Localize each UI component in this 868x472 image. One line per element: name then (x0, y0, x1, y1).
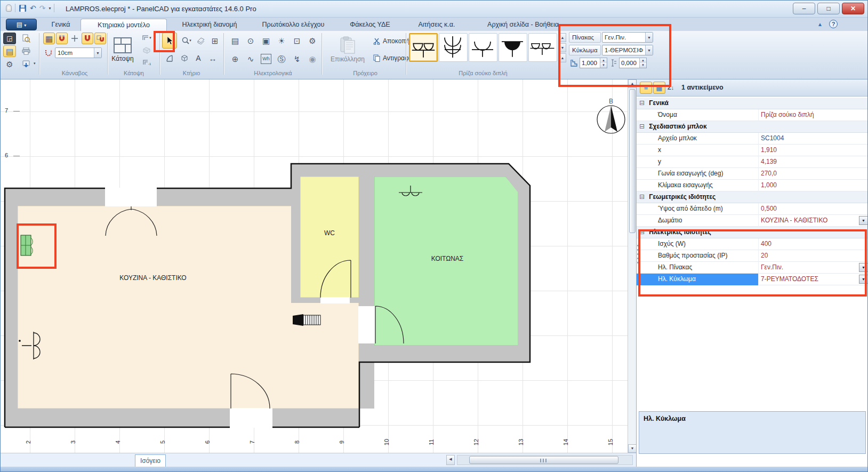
export-dropdown-icon[interactable]: ▾ (34, 61, 36, 66)
canvas-vertical-scrollbar[interactable]: ▲ ▼ (628, 79, 636, 453)
section-geometrikes-idiotites[interactable]: ⊟ Γεωμετρικές ιδιότητες (637, 191, 868, 203)
property-value[interactable]: Πρίζα σούκο διπλή (758, 109, 868, 121)
drawing-canvas[interactable]: B ΚΟΥΖΙΝΑ - ΚΑΘΙΣΤΙΚΟ WC ΚΟΙΤΩΝΑΣ 7 6 2 … (1, 79, 628, 453)
wall-3d-button[interactable] (138, 45, 155, 55)
help-icon[interactable]: ? (829, 20, 838, 28)
collapse-section-icon[interactable]: ⊟ (637, 98, 647, 109)
socket-tool-button[interactable]: ⊙ (244, 34, 257, 47)
wall-corner-minus-button[interactable]: -1 (138, 57, 155, 68)
ruler-left-6: 6 (5, 152, 8, 158)
print-button[interactable] (20, 45, 33, 57)
save-icon[interactable] (19, 4, 27, 12)
property-row-gonia-eisagogis[interactable]: Γωνία εισαγωγής (deg) 270,0 (637, 168, 868, 180)
tab-fakelos-yde[interactable]: Φάκελος ΥΔΕ (337, 19, 403, 31)
motor-tool-button[interactable]: ⚙ (306, 34, 319, 47)
property-value[interactable]: 1,910 (758, 145, 868, 156)
gallery-symbol-double-socket[interactable] (409, 33, 438, 62)
snap-grid-button[interactable] (56, 33, 68, 44)
tab-protokollo-elegxou[interactable]: Πρωτόκολλο ελέγχου (251, 19, 335, 31)
gallery-symbol-socket-single[interactable] (469, 33, 497, 62)
axes-toggle-button[interactable] (69, 33, 81, 44)
wall-corner-button[interactable]: ▾ (138, 33, 155, 43)
properties-header: ≡ ▦ Z↓ 1 αντικείμενο (637, 79, 868, 97)
junction-tool-button[interactable]: ◉ (306, 52, 319, 65)
property-value[interactable]: 1,000 (758, 180, 868, 191)
door-tool-button[interactable] (164, 52, 175, 65)
room-wc-area[interactable] (300, 177, 359, 298)
materials-button[interactable] (195, 34, 207, 47)
switch-tool-button[interactable]: ▣ (260, 34, 272, 47)
canvas-horizontal-scrollbar[interactable] (457, 455, 633, 465)
group-label-katopsi: Κάτοψη (110, 70, 158, 76)
tab-genika[interactable]: Γενικά (42, 19, 79, 31)
appliance-tool-button[interactable]: ⊡ (291, 34, 303, 47)
property-row-domatio[interactable]: Δωμάτιο ΚΟΥΖΙΝΑ - ΚΑΘΙΣΤΙΚΟ ▼ (637, 215, 868, 227)
floor-tab-isogeio[interactable]: Ισόγειο (135, 454, 166, 467)
property-value[interactable]: 0,500 (758, 203, 868, 215)
minimize-button[interactable]: – (793, 3, 815, 14)
dropdown-button[interactable]: ▼ (859, 216, 868, 225)
ground-tool-button[interactable]: ⊕ (229, 52, 242, 65)
meter-tool-button[interactable]: Wh (260, 52, 272, 65)
snap-plan-button[interactable] (94, 33, 106, 44)
floor-plan-button[interactable]: Κάτοψη (110, 33, 135, 67)
window-grid-button[interactable]: ⊞ (208, 34, 221, 47)
collapse-section-icon[interactable]: ⊟ (637, 121, 647, 132)
horizontal-scroll-thumb[interactable] (469, 456, 618, 464)
redo-icon[interactable]: ↷ (39, 4, 46, 12)
layers-panel-button[interactable]: ▤ (3, 45, 16, 57)
dimension-tool-button[interactable]: ↔ (206, 52, 219, 65)
tab-ktiriako-montelo[interactable]: Κτηριακό μοντέλο (81, 19, 167, 31)
grid-toggle-button[interactable]: ▦ (43, 33, 55, 44)
tab-aitiseis[interactable]: Αιτήσεις κ.α. (406, 19, 468, 31)
text-tool-button[interactable]: A (192, 52, 204, 65)
zoom-button[interactable]: ▾ (180, 34, 194, 47)
qat-dropdown-icon[interactable]: ▾ (49, 6, 51, 11)
object-3d-button[interactable] (179, 52, 190, 65)
section-genika[interactable]: ⊟ Γενικά (637, 98, 868, 109)
lightbulb-icon[interactable] (6, 4, 12, 12)
grid-spacing-combobox[interactable]: 10cm ▼ (55, 47, 102, 58)
undo-icon[interactable]: ↶ (30, 4, 36, 12)
property-row-klimaka-eisagogis[interactable]: Κλίμακα εισαγωγής 1,000 (637, 180, 868, 191)
cable-tool-button[interactable]: ∿ (244, 52, 257, 65)
chevron-down-icon[interactable]: ▾ (149, 36, 151, 40)
scroll-down-button[interactable]: ▼ (628, 444, 637, 453)
gallery-symbol-socket-double-small[interactable] (528, 33, 557, 62)
tab-ilektriki-dianomi[interactable]: Ηλεκτρική διανομή (170, 19, 249, 31)
section-sxediastiko-mplok[interactable]: ⊟ Σχεδιαστικό μπλοκ (637, 121, 868, 133)
snap-object-button[interactable] (82, 33, 93, 44)
application-menu-button[interactable]: ▤ ▾ (6, 19, 37, 30)
electrical-panel-button[interactable]: ▤ (229, 34, 242, 47)
property-value[interactable]: ΚΟΥΖΙΝΑ - ΚΑΘΙΣΤΙΚΟ (758, 215, 868, 227)
gallery-symbol-socket-stacked[interactable] (439, 33, 468, 62)
chevron-down-icon[interactable]: ▾ (189, 38, 191, 43)
collapse-ribbon-icon[interactable]: ▲ (817, 21, 823, 27)
print-preview-button[interactable] (20, 33, 33, 44)
chevron-down-icon[interactable]: ▼ (94, 48, 101, 58)
scroll-left-button[interactable]: ◀ (446, 455, 455, 465)
property-row-arxeio-mplok[interactable]: Αρχείο μπλοκ SC1004 (637, 133, 868, 145)
property-row-ypsos-apo-dapedo[interactable]: Ύψος από δάπεδο (m) 0,500 (637, 203, 868, 215)
export-button[interactable] (20, 58, 33, 70)
wiring-tool-button[interactable]: ↯ (291, 52, 303, 65)
property-row-onoma[interactable]: Όνομα Πρίζα σούκο διπλή (637, 109, 868, 121)
separator (54, 4, 54, 12)
fuse-tool-button[interactable]: Ⓢ (275, 52, 288, 65)
ruler-bottom-4: 4 (115, 441, 121, 444)
property-value[interactable]: 4,139 (758, 156, 868, 168)
property-row-y[interactable]: y 4,139 (637, 156, 868, 168)
fit-view-button[interactable]: ◲ (3, 33, 16, 44)
lamp-tool-button[interactable]: ☀ (275, 34, 288, 47)
stairs-symbol[interactable] (293, 314, 320, 326)
restore-button[interactable]: □ (817, 3, 840, 14)
close-button[interactable]: ✕ (842, 3, 864, 14)
property-value[interactable]: SC1004 (758, 133, 868, 145)
property-value[interactable]: 270,0 (758, 168, 868, 180)
settings-check-button[interactable]: ⚙ (3, 58, 16, 70)
paste-button[interactable]: Επικόλληση (326, 33, 369, 67)
vertical-scroll-thumb[interactable] (629, 89, 636, 233)
collapse-section-icon[interactable]: ⊟ (637, 191, 647, 203)
property-row-x[interactable]: x 1,910 (637, 145, 868, 156)
gallery-symbol-socket-filled[interactable] (499, 33, 527, 62)
